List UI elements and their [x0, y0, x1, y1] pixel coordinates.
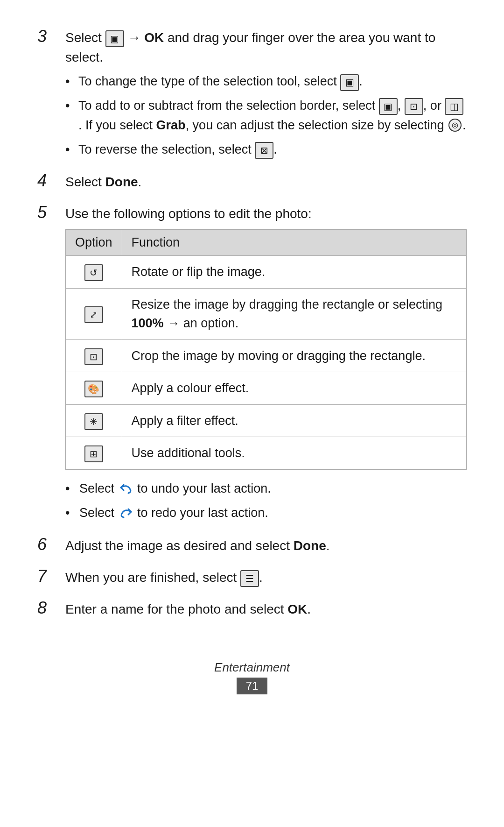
step-5: 5 Use the following options to edit the …	[37, 204, 467, 527]
function-colour: Apply a colour effect.	[122, 372, 466, 405]
table-row: 🎨 Apply a colour effect.	[66, 372, 467, 405]
step-5-number: 5	[37, 202, 65, 222]
bullet-3-2: To add to or subtract from the selection…	[65, 96, 467, 135]
function-rotate: Rotate or flip the image.	[122, 256, 466, 289]
step-4: 4 Select Done.	[37, 172, 467, 196]
menu-icon: ☰	[240, 570, 259, 587]
table-row: ↺ Rotate or flip the image.	[66, 256, 467, 289]
step-4-number: 4	[37, 170, 65, 191]
icon-rotate: ↺	[66, 256, 122, 289]
icon-tools: ⊞	[66, 437, 122, 470]
icon-crop: ⊡	[66, 339, 122, 372]
bullet-undo: Select to undo your last action.	[65, 479, 467, 499]
step-6: 6 Adjust the image as desired and select…	[37, 536, 467, 559]
function-resize: Resize the image by dragging the rectang…	[122, 288, 466, 339]
function-crop: Crop the image by moving or dragging the…	[122, 339, 466, 372]
step-7-body: When you are finished, select ☰.	[65, 568, 467, 591]
sub2-icon: ◫	[445, 98, 463, 115]
options-table: Option Function ↺ Rotate or flip the ima…	[65, 229, 467, 470]
function-filter: Apply a filter effect.	[122, 404, 466, 437]
tools-icon: ⊞	[84, 445, 103, 462]
footer-label: Entertainment	[37, 660, 467, 675]
colour-icon: 🎨	[84, 381, 103, 397]
step-3-body: Select ▣ → OK and drag your finger over …	[65, 28, 467, 164]
redo-icon	[119, 507, 133, 519]
step-6-number: 6	[37, 534, 65, 554]
step-3-number: 3	[37, 26, 65, 46]
table-header-row: Option Function	[66, 230, 467, 256]
table-row: ⤢ Resize the image by dragging the recta…	[66, 288, 467, 339]
step-8-number: 8	[37, 598, 65, 618]
step-8: 8 Enter a name for the photo and select …	[37, 600, 467, 623]
step-7-text: When you are finished, select ☰.	[65, 568, 467, 587]
step-4-body: Select Done.	[65, 172, 467, 196]
col-option: Option	[66, 230, 122, 256]
step-5-text: Use the following options to edit the ph…	[65, 204, 467, 224]
grab-icon: ◎	[448, 119, 462, 132]
reverse-icon: ⊠	[255, 142, 273, 159]
table-row: ⊞ Use additional tools.	[66, 437, 467, 470]
step-3-bullets: To change the type of the selection tool…	[65, 72, 467, 159]
step-5-body: Use the following options to edit the ph…	[65, 204, 467, 527]
crop-icon: ⊡	[84, 348, 103, 365]
step-6-text: Adjust the image as desired and select D…	[65, 536, 467, 556]
select-tool-icon: ▣	[340, 74, 359, 91]
step-7-number: 7	[37, 566, 65, 586]
sub1-icon: ⊡	[405, 98, 423, 115]
table-row: ✳ Apply a filter effect.	[66, 404, 467, 437]
icon-resize: ⤢	[66, 288, 122, 339]
bullet-3-1: To change the type of the selection tool…	[65, 72, 467, 92]
bullet-3-3: To reverse the selection, select ⊠.	[65, 140, 467, 160]
footer: Entertainment 71	[37, 660, 467, 694]
undo-icon	[119, 483, 133, 495]
selection-icon: ▣	[105, 30, 124, 47]
step-4-text: Select Done.	[65, 172, 467, 192]
col-function: Function	[122, 230, 466, 256]
step-8-text: Enter a name for the photo and select OK…	[65, 600, 467, 619]
page-content: 3 Select ▣ → OK and drag your finger ove…	[37, 28, 467, 694]
function-tools: Use additional tools.	[122, 437, 466, 470]
step-3-text: Select ▣ → OK and drag your finger over …	[65, 28, 467, 67]
step-3: 3 Select ▣ → OK and drag your finger ove…	[37, 28, 467, 164]
resize-icon: ⤢	[84, 306, 103, 323]
filter-icon: ✳	[84, 413, 103, 430]
bullet-redo: Select to redo your last action.	[65, 503, 467, 523]
add-icon: ▣	[379, 98, 398, 115]
icon-colour: 🎨	[66, 372, 122, 405]
step-6-body: Adjust the image as desired and select D…	[65, 536, 467, 559]
step-7: 7 When you are finished, select ☰.	[37, 568, 467, 591]
step-8-body: Enter a name for the photo and select OK…	[65, 600, 467, 623]
after-table-bullets: Select to undo your last action. Select …	[65, 479, 467, 523]
icon-filter: ✳	[66, 404, 122, 437]
footer-page: 71	[237, 678, 268, 694]
table-row: ⊡ Crop the image by moving or dragging t…	[66, 339, 467, 372]
rotate-icon: ↺	[84, 264, 103, 281]
